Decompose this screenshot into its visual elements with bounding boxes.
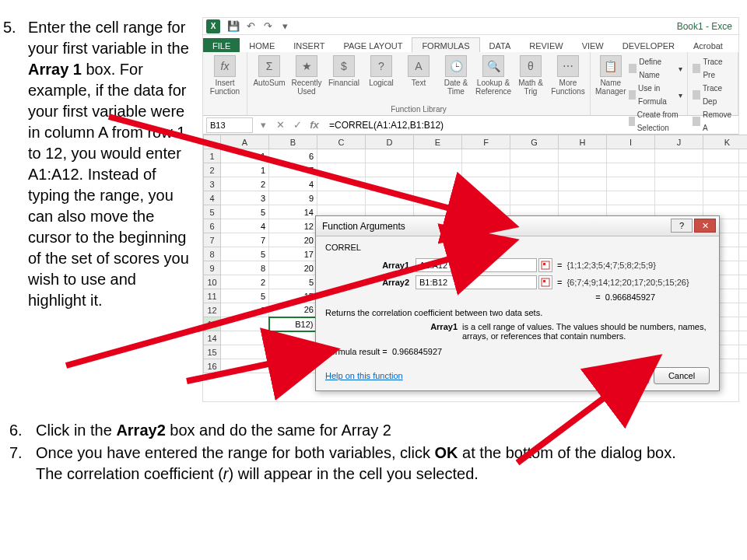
cell[interactable]: 1: [221, 163, 269, 177]
cell[interactable]: [703, 163, 748, 177]
cell[interactable]: [655, 191, 703, 205]
row-header[interactable]: 10: [204, 275, 221, 289]
tab-file[interactable]: FILE: [203, 38, 240, 52]
fx-icon[interactable]: fx: [307, 118, 321, 132]
cell[interactable]: [607, 149, 655, 163]
cell[interactable]: [221, 345, 269, 359]
cell[interactable]: B12): [269, 317, 317, 331]
cell[interactable]: 20: [269, 233, 317, 247]
dialog-close-icon[interactable]: ✕: [694, 219, 716, 233]
cell[interactable]: 9: [221, 303, 269, 317]
cell[interactable]: [510, 177, 559, 191]
row-header[interactable]: 11: [204, 289, 221, 303]
cell[interactable]: [510, 149, 559, 163]
cell[interactable]: 26: [269, 303, 317, 317]
cell[interactable]: [221, 331, 269, 345]
cancel-button[interactable]: Cancel: [654, 367, 710, 384]
cell[interactable]: 5: [221, 247, 269, 261]
column-header[interactable]: C: [317, 135, 366, 149]
cell[interactable]: [559, 149, 607, 163]
array1-input[interactable]: [416, 258, 537, 272]
cell[interactable]: [366, 191, 414, 205]
formula-input[interactable]: =CORREL(A1:A12,B1:B12): [324, 120, 735, 131]
cell[interactable]: [703, 191, 748, 205]
row-header[interactable]: 4: [204, 191, 221, 205]
row-header[interactable]: 7: [204, 233, 221, 247]
tab-view[interactable]: VIEW: [573, 38, 613, 52]
name-box[interactable]: B13: [206, 117, 253, 133]
qat-dropdown-icon[interactable]: ▾: [279, 20, 291, 33]
tab-developer[interactable]: DEVELOPER: [613, 38, 684, 52]
cell[interactable]: 8: [221, 261, 269, 275]
redo-icon[interactable]: ↷: [261, 20, 274, 33]
cell[interactable]: [655, 177, 703, 191]
cell[interactable]: 17: [269, 247, 317, 261]
logical-button[interactable]: ?Logical: [364, 55, 398, 87]
cell[interactable]: 3: [221, 191, 269, 205]
cell[interactable]: [317, 191, 366, 205]
namebox-dropdown-icon[interactable]: ▾: [256, 118, 270, 132]
row-header[interactable]: 2: [204, 163, 221, 177]
cell[interactable]: [462, 163, 510, 177]
cell[interactable]: [317, 177, 366, 191]
cell[interactable]: [559, 163, 607, 177]
tab-home[interactable]: HOME: [240, 38, 284, 52]
cell[interactable]: [703, 149, 748, 163]
cell[interactable]: [414, 163, 462, 177]
more-functions-button[interactable]: ⋯More Functions: [551, 55, 585, 96]
cell[interactable]: [366, 177, 414, 191]
cell[interactable]: [655, 149, 703, 163]
row-header[interactable]: 14: [204, 331, 221, 345]
tab-insert[interactable]: INSERT: [284, 38, 334, 52]
cell[interactable]: [607, 191, 655, 205]
cell[interactable]: [559, 191, 607, 205]
define-name-button[interactable]: Define Name ▾: [629, 55, 682, 82]
cell[interactable]: [703, 177, 748, 191]
tab-review[interactable]: REVIEW: [520, 38, 572, 52]
row-header[interactable]: 9: [204, 261, 221, 275]
column-header[interactable]: F: [462, 135, 510, 149]
column-header[interactable]: I: [607, 135, 655, 149]
cell[interactable]: 4: [221, 219, 269, 233]
cell[interactable]: [414, 191, 462, 205]
column-header[interactable]: D: [366, 135, 414, 149]
row-header[interactable]: 6: [204, 219, 221, 233]
cell[interactable]: [414, 177, 462, 191]
tab-acrobat[interactable]: Acrobat: [684, 38, 732, 52]
cell[interactable]: 4: [269, 177, 317, 191]
text-button[interactable]: AText: [402, 55, 436, 87]
cell[interactable]: 7: [269, 163, 317, 177]
cell[interactable]: 1: [221, 149, 269, 163]
row-header[interactable]: 1: [204, 149, 221, 163]
formula-enter-icon[interactable]: ✓: [290, 118, 304, 132]
row-header[interactable]: 13: [204, 317, 221, 331]
column-header[interactable]: H: [559, 135, 607, 149]
cell[interactable]: [269, 359, 317, 373]
insert-function-button[interactable]: fxInsert Function: [208, 55, 242, 96]
cell[interactable]: [414, 149, 462, 163]
cell[interactable]: 6: [269, 149, 317, 163]
row-header[interactable]: 8: [204, 247, 221, 261]
autosum-button[interactable]: ΣAutoSum: [252, 55, 286, 87]
cell[interactable]: [655, 163, 703, 177]
column-header[interactable]: K: [703, 135, 748, 149]
row-header[interactable]: 15: [204, 345, 221, 359]
help-link[interactable]: Help on this function: [325, 371, 403, 380]
cell[interactable]: 14: [269, 205, 317, 219]
financial-button[interactable]: $Financial: [327, 55, 361, 87]
select-all-cell[interactable]: [204, 135, 221, 149]
cell[interactable]: [269, 331, 317, 345]
cell[interactable]: [462, 191, 510, 205]
cell[interactable]: [221, 317, 269, 331]
cell[interactable]: [366, 149, 414, 163]
row-header[interactable]: 3: [204, 177, 221, 191]
recently-used-button[interactable]: ★Recently Used: [289, 55, 324, 96]
cell[interactable]: 5: [269, 275, 317, 289]
trace-precedents-button[interactable]: Trace Pre: [693, 55, 733, 82]
cell[interactable]: [317, 163, 366, 177]
column-header[interactable]: B: [269, 135, 317, 149]
array1-range-selector-icon[interactable]: [538, 258, 552, 272]
row-header[interactable]: 5: [204, 205, 221, 219]
tab-data[interactable]: DATA: [480, 38, 521, 52]
cell[interactable]: [607, 177, 655, 191]
